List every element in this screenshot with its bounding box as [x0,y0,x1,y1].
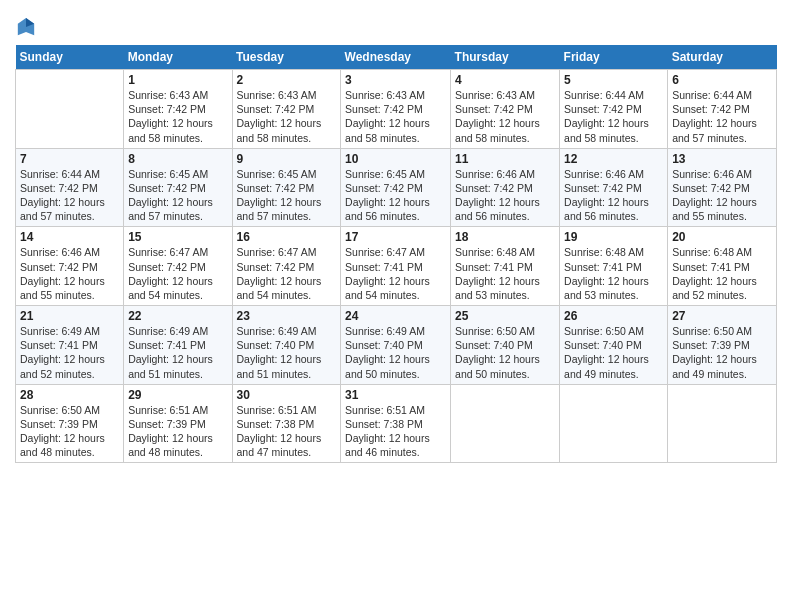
day-number: 10 [345,152,446,166]
day-number: 26 [564,309,663,323]
day-info: Sunrise: 6:46 AM Sunset: 7:42 PM Dayligh… [564,167,663,224]
calendar-cell: 16Sunrise: 6:47 AM Sunset: 7:42 PM Dayli… [232,227,341,306]
calendar-cell: 29Sunrise: 6:51 AM Sunset: 7:39 PM Dayli… [124,384,232,463]
calendar-cell [16,70,124,149]
week-row-4: 21Sunrise: 6:49 AM Sunset: 7:41 PM Dayli… [16,306,777,385]
day-number: 19 [564,230,663,244]
day-info: Sunrise: 6:51 AM Sunset: 7:39 PM Dayligh… [128,403,227,460]
day-number: 23 [237,309,337,323]
weekday-header-row: SundayMondayTuesdayWednesdayThursdayFrid… [16,45,777,70]
page: SundayMondayTuesdayWednesdayThursdayFrid… [0,0,792,612]
week-row-1: 1Sunrise: 6:43 AM Sunset: 7:42 PM Daylig… [16,70,777,149]
day-number: 15 [128,230,227,244]
day-info: Sunrise: 6:48 AM Sunset: 7:41 PM Dayligh… [564,245,663,302]
day-number: 30 [237,388,337,402]
calendar-cell: 1Sunrise: 6:43 AM Sunset: 7:42 PM Daylig… [124,70,232,149]
day-info: Sunrise: 6:45 AM Sunset: 7:42 PM Dayligh… [345,167,446,224]
day-info: Sunrise: 6:44 AM Sunset: 7:42 PM Dayligh… [672,88,772,145]
calendar-cell: 2Sunrise: 6:43 AM Sunset: 7:42 PM Daylig… [232,70,341,149]
day-info: Sunrise: 6:44 AM Sunset: 7:42 PM Dayligh… [20,167,119,224]
weekday-header-sunday: Sunday [16,45,124,70]
calendar-cell: 15Sunrise: 6:47 AM Sunset: 7:42 PM Dayli… [124,227,232,306]
calendar-cell [560,384,668,463]
calendar-cell: 13Sunrise: 6:46 AM Sunset: 7:42 PM Dayli… [668,148,777,227]
calendar-cell: 23Sunrise: 6:49 AM Sunset: 7:40 PM Dayli… [232,306,341,385]
calendar-cell: 27Sunrise: 6:50 AM Sunset: 7:39 PM Dayli… [668,306,777,385]
day-info: Sunrise: 6:50 AM Sunset: 7:40 PM Dayligh… [564,324,663,381]
day-info: Sunrise: 6:47 AM Sunset: 7:42 PM Dayligh… [237,245,337,302]
calendar-cell: 24Sunrise: 6:49 AM Sunset: 7:40 PM Dayli… [341,306,451,385]
calendar-cell: 21Sunrise: 6:49 AM Sunset: 7:41 PM Dayli… [16,306,124,385]
calendar-cell: 31Sunrise: 6:51 AM Sunset: 7:38 PM Dayli… [341,384,451,463]
day-info: Sunrise: 6:45 AM Sunset: 7:42 PM Dayligh… [128,167,227,224]
day-info: Sunrise: 6:44 AM Sunset: 7:42 PM Dayligh… [564,88,663,145]
day-number: 24 [345,309,446,323]
day-info: Sunrise: 6:49 AM Sunset: 7:41 PM Dayligh… [128,324,227,381]
day-info: Sunrise: 6:48 AM Sunset: 7:41 PM Dayligh… [455,245,555,302]
calendar-cell: 12Sunrise: 6:46 AM Sunset: 7:42 PM Dayli… [560,148,668,227]
day-info: Sunrise: 6:46 AM Sunset: 7:42 PM Dayligh… [672,167,772,224]
day-info: Sunrise: 6:43 AM Sunset: 7:42 PM Dayligh… [128,88,227,145]
calendar-cell [451,384,560,463]
week-row-2: 7Sunrise: 6:44 AM Sunset: 7:42 PM Daylig… [16,148,777,227]
calendar-cell: 3Sunrise: 6:43 AM Sunset: 7:42 PM Daylig… [341,70,451,149]
day-info: Sunrise: 6:51 AM Sunset: 7:38 PM Dayligh… [237,403,337,460]
day-number: 25 [455,309,555,323]
day-info: Sunrise: 6:50 AM Sunset: 7:39 PM Dayligh… [20,403,119,460]
day-number: 2 [237,73,337,87]
day-number: 22 [128,309,227,323]
logo-icon [17,17,35,37]
day-number: 17 [345,230,446,244]
calendar-cell [668,384,777,463]
day-info: Sunrise: 6:47 AM Sunset: 7:41 PM Dayligh… [345,245,446,302]
day-number: 9 [237,152,337,166]
day-number: 16 [237,230,337,244]
weekday-header-saturday: Saturday [668,45,777,70]
week-row-5: 28Sunrise: 6:50 AM Sunset: 7:39 PM Dayli… [16,384,777,463]
calendar-cell: 5Sunrise: 6:44 AM Sunset: 7:42 PM Daylig… [560,70,668,149]
calendar-cell: 18Sunrise: 6:48 AM Sunset: 7:41 PM Dayli… [451,227,560,306]
header [15,10,777,37]
day-info: Sunrise: 6:46 AM Sunset: 7:42 PM Dayligh… [20,245,119,302]
calendar-cell: 8Sunrise: 6:45 AM Sunset: 7:42 PM Daylig… [124,148,232,227]
day-number: 6 [672,73,772,87]
week-row-3: 14Sunrise: 6:46 AM Sunset: 7:42 PM Dayli… [16,227,777,306]
calendar-cell: 28Sunrise: 6:50 AM Sunset: 7:39 PM Dayli… [16,384,124,463]
weekday-header-thursday: Thursday [451,45,560,70]
day-info: Sunrise: 6:47 AM Sunset: 7:42 PM Dayligh… [128,245,227,302]
day-number: 8 [128,152,227,166]
day-info: Sunrise: 6:49 AM Sunset: 7:40 PM Dayligh… [345,324,446,381]
day-number: 5 [564,73,663,87]
day-number: 28 [20,388,119,402]
day-number: 31 [345,388,446,402]
day-number: 7 [20,152,119,166]
calendar-cell: 9Sunrise: 6:45 AM Sunset: 7:42 PM Daylig… [232,148,341,227]
weekday-header-monday: Monday [124,45,232,70]
calendar-cell: 4Sunrise: 6:43 AM Sunset: 7:42 PM Daylig… [451,70,560,149]
calendar-cell: 20Sunrise: 6:48 AM Sunset: 7:41 PM Dayli… [668,227,777,306]
day-info: Sunrise: 6:51 AM Sunset: 7:38 PM Dayligh… [345,403,446,460]
day-info: Sunrise: 6:48 AM Sunset: 7:41 PM Dayligh… [672,245,772,302]
day-number: 12 [564,152,663,166]
calendar-cell: 25Sunrise: 6:50 AM Sunset: 7:40 PM Dayli… [451,306,560,385]
day-info: Sunrise: 6:50 AM Sunset: 7:40 PM Dayligh… [455,324,555,381]
day-number: 21 [20,309,119,323]
day-number: 1 [128,73,227,87]
calendar-cell: 17Sunrise: 6:47 AM Sunset: 7:41 PM Dayli… [341,227,451,306]
logo [15,15,35,37]
day-info: Sunrise: 6:49 AM Sunset: 7:40 PM Dayligh… [237,324,337,381]
day-number: 29 [128,388,227,402]
day-number: 20 [672,230,772,244]
day-info: Sunrise: 6:50 AM Sunset: 7:39 PM Dayligh… [672,324,772,381]
day-number: 27 [672,309,772,323]
calendar-cell: 10Sunrise: 6:45 AM Sunset: 7:42 PM Dayli… [341,148,451,227]
day-info: Sunrise: 6:43 AM Sunset: 7:42 PM Dayligh… [237,88,337,145]
calendar-cell: 22Sunrise: 6:49 AM Sunset: 7:41 PM Dayli… [124,306,232,385]
weekday-header-friday: Friday [560,45,668,70]
day-number: 18 [455,230,555,244]
calendar-cell: 19Sunrise: 6:48 AM Sunset: 7:41 PM Dayli… [560,227,668,306]
day-info: Sunrise: 6:43 AM Sunset: 7:42 PM Dayligh… [455,88,555,145]
calendar-cell: 6Sunrise: 6:44 AM Sunset: 7:42 PM Daylig… [668,70,777,149]
day-number: 14 [20,230,119,244]
day-number: 11 [455,152,555,166]
